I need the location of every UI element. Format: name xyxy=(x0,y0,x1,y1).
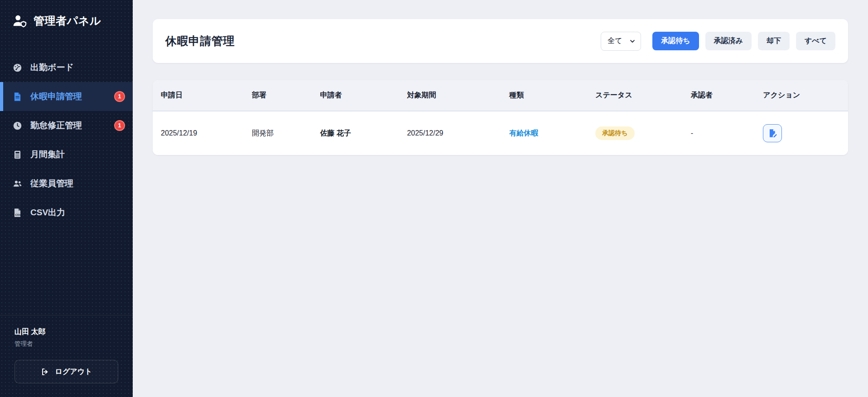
logout-label: ログアウト xyxy=(55,367,92,377)
notification-badge: 1 xyxy=(114,91,125,102)
file-lines-icon xyxy=(13,92,22,102)
cell-approver: - xyxy=(683,111,755,155)
notification-badge: 1 xyxy=(114,120,125,131)
department-filter-select[interactable]: 全て xyxy=(601,32,641,51)
column-header-department: 部署 xyxy=(244,80,312,111)
status-badge: 承認待ち xyxy=(595,126,634,140)
sidebar-item-label: CSV出力 xyxy=(30,207,65,218)
page-header-card: 休暇申請管理 全て 承認待ち 承認済み 却下 すべて xyxy=(153,19,848,63)
filter-all-button[interactable]: すべて xyxy=(796,32,835,50)
filter-rejected-button[interactable]: 却下 xyxy=(758,32,790,50)
sidebar-item-attendance-board[interactable]: 出勤ボード xyxy=(0,53,133,82)
column-header-action: アクション xyxy=(755,80,848,111)
sidebar-item-label: 月間集計 xyxy=(30,149,65,160)
leave-requests-table-card: 申請日 部署 申請者 対象期間 種類 ステータス 承認者 アクション 2025/… xyxy=(153,80,848,155)
sidebar-item-attendance-corrections[interactable]: 勤怠修正管理 1 xyxy=(0,111,133,140)
users-icon xyxy=(13,179,22,189)
filter-bar: 全て 承認待ち 承認済み 却下 すべて xyxy=(601,32,835,51)
table-header-row: 申請日 部署 申請者 対象期間 種類 ステータス 承認者 アクション xyxy=(153,80,848,111)
page-title: 休暇申請管理 xyxy=(165,34,235,48)
chevron-down-icon xyxy=(629,38,636,44)
sidebar-item-label: 出勤ボード xyxy=(30,62,74,73)
sidebar-item-monthly-summary[interactable]: 月間集計 xyxy=(0,140,133,169)
user-role: 管理者 xyxy=(14,340,118,348)
cell-department: 開発部 xyxy=(244,111,312,155)
sidebar: 管理者パネル 出勤ボード xyxy=(0,0,133,397)
leave-requests-table: 申請日 部署 申請者 対象期間 種類 ステータス 承認者 アクション 2025/… xyxy=(153,80,848,155)
table-row: 2025/12/19 開発部 佐藤 花子 2025/12/29 有給休暇 承認待… xyxy=(153,111,848,155)
main-content: 休暇申請管理 全て 承認待ち 承認済み 却下 すべて 申請日 部署 xyxy=(133,0,868,397)
calculator-icon xyxy=(13,150,22,160)
sidebar-user-section: 山田 太郎 管理者 ログアウト xyxy=(0,315,133,397)
gauge-icon xyxy=(13,63,22,73)
clock-icon xyxy=(13,121,22,131)
logout-icon xyxy=(41,368,49,376)
cell-period: 2025/12/29 xyxy=(399,111,501,155)
sidebar-item-label: 休暇申請管理 xyxy=(30,91,82,102)
sidebar-item-label: 勤怠修正管理 xyxy=(30,120,82,131)
sidebar-item-csv-export[interactable]: CSV CSV出力 xyxy=(0,198,133,227)
sidebar-item-label: 従業員管理 xyxy=(30,178,73,189)
cell-leave-type: 有給休暇 xyxy=(501,111,587,155)
filter-approved-button[interactable]: 承認済み xyxy=(705,32,752,50)
column-header-type: 種類 xyxy=(501,80,587,111)
edit-request-button[interactable] xyxy=(763,124,782,142)
sidebar-item-employees[interactable]: 従業員管理 xyxy=(0,169,133,198)
user-shield-icon xyxy=(12,14,27,28)
file-csv-icon: CSV xyxy=(13,208,22,218)
user-name: 山田 太郎 xyxy=(14,327,118,337)
column-header-applicant: 申請者 xyxy=(312,80,399,111)
column-header-date: 申請日 xyxy=(153,80,244,111)
column-header-status: ステータス xyxy=(587,80,682,111)
column-header-approver: 承認者 xyxy=(683,80,755,111)
sidebar-item-leave-requests[interactable]: 休暇申請管理 1 xyxy=(0,82,133,111)
app-title: 管理者パネル xyxy=(34,14,101,28)
column-header-period: 対象期間 xyxy=(399,80,501,111)
filter-pending-button[interactable]: 承認待ち xyxy=(652,32,699,50)
svg-text:CSV: CSV xyxy=(15,213,20,216)
logout-button[interactable]: ログアウト xyxy=(14,360,118,383)
sidebar-header: 管理者パネル xyxy=(0,0,133,28)
file-pen-icon xyxy=(768,129,777,138)
sidebar-nav: 出勤ボード 休暇申請管理 1 勤怠修正管理 1 xyxy=(0,53,133,227)
cell-action xyxy=(755,111,848,155)
cell-status: 承認待ち xyxy=(587,111,682,155)
cell-request-date: 2025/12/19 xyxy=(153,111,244,155)
select-value: 全て xyxy=(608,36,622,46)
cell-applicant: 佐藤 花子 xyxy=(312,111,399,155)
